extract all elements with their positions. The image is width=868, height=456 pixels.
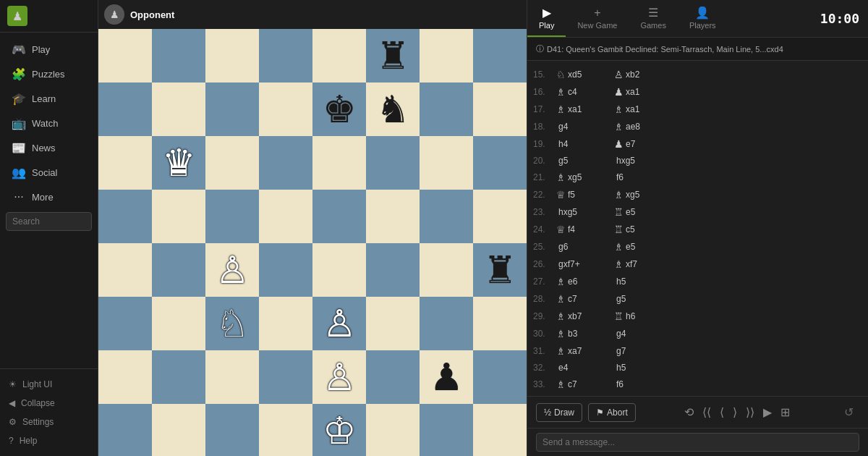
move-white[interactable]: ♕f5: [553, 187, 611, 202]
square-4-5[interactable]: [366, 243, 420, 297]
move-black[interactable]: ♗xg5: [611, 187, 669, 202]
square-7-2[interactable]: [205, 404, 259, 456]
move-black[interactable]: ♙xb2: [611, 67, 669, 82]
square-5-5[interactable]: [366, 297, 420, 350]
move-black[interactable]: ♟e7: [611, 137, 669, 151]
sidebar-item-puzzles[interactable]: 🧩 Puzzles: [3, 62, 95, 86]
square-4-7[interactable]: ♜: [473, 243, 527, 297]
piece-white-6-4[interactable]: ♙: [323, 358, 357, 396]
sidebar-item-watch[interactable]: 📺 Watch: [3, 111, 95, 135]
square-5-1[interactable]: [152, 297, 205, 350]
piece-white-5-2[interactable]: ♘: [216, 305, 250, 342]
square-7-6[interactable]: [420, 404, 473, 456]
tab-games[interactable]: ☰ Games: [629, 0, 677, 37]
move-white[interactable]: g6: [553, 240, 611, 253]
square-0-1[interactable]: [152, 29, 205, 83]
square-5-3[interactable]: [259, 297, 312, 350]
square-7-4[interactable]: ♔: [312, 404, 366, 456]
chat-input[interactable]: [536, 433, 859, 452]
piece-white-7-4[interactable]: ♔: [323, 412, 357, 449]
square-2-0[interactable]: [98, 136, 152, 190]
move-white[interactable]: ♗xb7: [553, 309, 611, 324]
tab-players[interactable]: 👤 Players: [678, 0, 728, 37]
square-0-5[interactable]: ♜: [366, 29, 420, 83]
draw-button[interactable]: ½ Draw: [536, 403, 582, 422]
square-7-0[interactable]: [98, 404, 152, 456]
move-black[interactable]: g4: [611, 327, 669, 340]
square-6-2[interactable]: [205, 350, 259, 404]
square-4-0[interactable]: [98, 243, 152, 297]
moves-list[interactable]: 12. ♔O-O ♟b6 13. ♗xf6 ♗xf6 14. ♘xd5 ♘xd5…: [527, 61, 868, 396]
square-6-4[interactable]: ♙: [312, 350, 366, 404]
square-0-0[interactable]: [98, 29, 152, 83]
move-black[interactable]: ♗xa1: [611, 102, 669, 117]
square-5-4[interactable]: ♙: [312, 297, 366, 350]
square-0-4[interactable]: [312, 29, 366, 83]
square-1-7[interactable]: [473, 83, 527, 136]
square-2-1[interactable]: ♛: [152, 136, 205, 190]
first-move-button[interactable]: ⟨⟨: [699, 404, 714, 421]
move-black[interactable]: g7: [611, 345, 669, 358]
move-white[interactable]: ♗xg5: [553, 170, 611, 185]
piece-black-6-6[interactable]: ♟: [430, 358, 464, 396]
square-1-3[interactable]: [259, 83, 312, 136]
move-white[interactable]: ♗c7: [553, 377, 611, 392]
move-white[interactable]: ♗c4: [553, 85, 611, 99]
move-black[interactable]: ♘xd5: [611, 61, 669, 64]
move-white[interactable]: ♗c7: [553, 292, 611, 306]
move-white[interactable]: g5: [553, 154, 611, 167]
abort-button[interactable]: ⚑ Abort: [588, 403, 636, 422]
move-white[interactable]: e4: [553, 361, 611, 374]
next-move-button[interactable]: ⟩: [730, 404, 740, 421]
sidebar-item-news[interactable]: 📰 News: [3, 136, 95, 160]
move-black[interactable]: g5: [611, 292, 669, 305]
square-7-1[interactable]: [152, 404, 205, 456]
square-6-3[interactable]: [259, 350, 312, 404]
move-black[interactable]: h5: [611, 361, 669, 374]
move-white[interactable]: g4: [553, 120, 611, 133]
play-moves-button[interactable]: ▶: [760, 404, 775, 421]
square-1-0[interactable]: [98, 83, 152, 136]
sidebar-item-social[interactable]: 👥 Social: [3, 161, 95, 185]
move-black[interactable]: ♗e5: [611, 240, 669, 254]
square-3-7[interactable]: [473, 190, 527, 243]
square-1-4[interactable]: ♚: [312, 83, 366, 136]
move-black[interactable]: h5: [611, 275, 669, 288]
piece-black-0-5[interactable]: ♜: [376, 37, 410, 75]
move-white[interactable]: ♗e6: [553, 274, 611, 289]
square-1-2[interactable]: [205, 83, 259, 136]
move-black[interactable]: ♖c5: [611, 222, 669, 237]
extra-options-icon[interactable]: ↺: [838, 402, 859, 422]
move-white[interactable]: ♗xa7: [553, 344, 611, 358]
chessboard[interactable]: ♜♚♞♛♙♜♘♙♙♟♔: [98, 29, 527, 456]
search-input[interactable]: [6, 212, 92, 231]
sidebar-bottom-collapse[interactable]: ◀ Collapse: [0, 394, 98, 413]
move-white[interactable]: ♘xd5: [553, 61, 611, 64]
prev-move-button[interactable]: ⟨: [717, 404, 727, 421]
square-1-1[interactable]: [152, 83, 205, 136]
square-6-6[interactable]: ♟: [420, 350, 473, 404]
square-0-6[interactable]: [420, 29, 473, 83]
square-3-0[interactable]: [98, 190, 152, 243]
square-5-7[interactable]: [473, 297, 527, 350]
square-7-7[interactable]: [473, 404, 527, 456]
tab-play[interactable]: ▶ Play: [527, 0, 566, 37]
sidebar-item-more[interactable]: ··· More: [3, 185, 95, 208]
square-5-6[interactable]: [420, 297, 473, 350]
square-2-4[interactable]: [312, 136, 366, 190]
move-white[interactable]: ♘xd5: [553, 67, 611, 82]
move-black[interactable]: ♟xa1: [611, 85, 669, 99]
square-4-2[interactable]: ♙: [205, 243, 259, 297]
square-3-3[interactable]: [259, 190, 312, 243]
move-white[interactable]: ♗b3: [553, 326, 611, 341]
move-white[interactable]: hxg5: [553, 206, 611, 219]
piece-white-5-4[interactable]: ♙: [323, 305, 357, 342]
tab-new-game[interactable]: + New Game: [566, 1, 629, 37]
last-move-button[interactable]: ⟩⟩: [743, 404, 757, 421]
piece-black-4-7[interactable]: ♜: [483, 251, 517, 289]
square-3-4[interactable]: [312, 190, 366, 243]
square-6-1[interactable]: [152, 350, 205, 404]
move-black[interactable]: ♗xf7: [611, 257, 669, 271]
square-2-2[interactable]: [205, 136, 259, 190]
square-1-5[interactable]: ♞: [366, 83, 420, 136]
